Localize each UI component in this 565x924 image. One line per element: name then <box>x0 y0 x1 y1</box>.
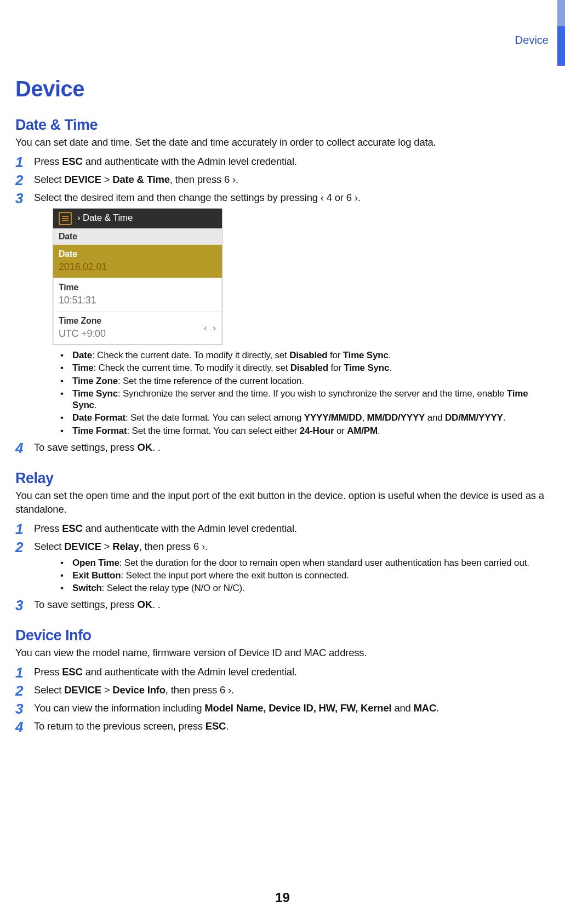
step-text-bold: DEVICE <box>64 684 101 696</box>
step-text: Select <box>34 684 64 696</box>
opt-bold: AM/PM <box>347 426 378 436</box>
step-text: Select <box>34 174 64 185</box>
step-number: 3 <box>15 596 23 615</box>
opt-text: for <box>327 350 343 360</box>
opt-text: : Set the date format. You can select am… <box>125 412 304 423</box>
step-number: 3 <box>15 189 23 208</box>
opt-text: : Check the current date. To modify it d… <box>92 350 289 360</box>
opt-term: Time Format <box>72 426 127 436</box>
screenshot-time-label: Time <box>53 278 222 294</box>
opt-text: . <box>389 363 392 373</box>
step-number: 2 <box>15 681 23 701</box>
step-text: and authenticate with the Admin level cr… <box>83 523 297 534</box>
opt-term: Time Zone <box>72 376 118 386</box>
step-text: . <box>436 702 439 714</box>
step-text-bold: Device Info <box>112 684 165 696</box>
opt-text: . <box>389 350 391 360</box>
options-list-relay: Open Time: Set the duration for the door… <box>56 557 550 594</box>
opt-term: Date Format <box>72 412 125 423</box>
option-item: Date: Check the current date. To modify … <box>56 349 550 361</box>
step-number: 2 <box>15 171 23 190</box>
section-intro-date-time: You can set date and time. Set the date … <box>15 136 550 150</box>
header-accent-stripe <box>557 0 565 66</box>
step: 2 Select DEVICE > Date & Time, then pres… <box>15 173 550 187</box>
screenshot-section-label: Date <box>53 228 222 245</box>
chevron-left-right-icon: ‹ › <box>204 322 222 335</box>
opt-term: Switch <box>72 583 102 593</box>
step-text-bold: Model Name, Device ID, HW, FW, Kernel <box>204 702 391 714</box>
step-text-bold: DEVICE <box>64 541 101 552</box>
step-text-bold: DEVICE <box>64 174 101 185</box>
opt-text: or <box>334 426 347 436</box>
step-number: 4 <box>15 718 23 737</box>
running-header: Device <box>515 34 549 47</box>
opt-text: : Set the time format. You can select ei… <box>127 426 300 436</box>
step-text: . . <box>152 441 161 453</box>
screenshot-tz-value: UTC +9:00 <box>53 327 204 345</box>
opt-text: : Set the time reference of the current … <box>118 376 304 386</box>
step-text: , then press 6 ›. <box>165 684 234 696</box>
step-text: You can view the information including <box>34 702 204 714</box>
option-item: Date Format: Set the date format. You ca… <box>56 412 550 423</box>
step-text: > <box>101 174 112 185</box>
step: 2 Select DEVICE > Relay, then press 6 ›.… <box>15 540 550 594</box>
opt-term: Open Time <box>72 558 119 568</box>
step-text-bold: Date & Time <box>112 174 169 185</box>
step: 1 Press ESC and authenticate with the Ad… <box>15 522 550 536</box>
opt-term: Exit Button <box>72 570 121 581</box>
step-text-bold: ESC <box>62 523 82 534</box>
step-text: Press <box>34 156 62 167</box>
step-number: 1 <box>15 520 23 539</box>
steps-date-time: 1 Press ESC and authenticate with the Ad… <box>15 155 550 455</box>
opt-text: . <box>378 426 380 436</box>
opt-bold: Disabled <box>289 350 327 360</box>
step-text: To save settings, press <box>34 441 138 453</box>
opt-text: . <box>94 400 97 410</box>
opt-text: : Set the duration for the door to remai… <box>119 558 529 568</box>
step-text: To save settings, press <box>34 599 138 610</box>
step-text: . <box>226 720 229 732</box>
step: 3 Select the desired item and then chang… <box>15 191 550 437</box>
options-list-date-time: Date: Check the current date. To modify … <box>56 349 550 437</box>
step-number: 4 <box>15 439 23 458</box>
opt-bold: DD/MM/YYYY <box>445 412 503 423</box>
step-text: > <box>101 684 112 696</box>
step-number: 2 <box>15 538 23 557</box>
screenshot-date-value: 2016.02.01 <box>53 260 222 278</box>
step: 1 Press ESC and authenticate with the Ad… <box>15 155 550 169</box>
screenshot-titlebar: › Date & Time <box>53 209 222 228</box>
step: 1 Press ESC and authenticate with the Ad… <box>15 665 550 679</box>
steps-device-info: 1 Press ESC and authenticate with the Ad… <box>15 665 550 733</box>
step: 2 Select DEVICE > Device Info, then pres… <box>15 684 550 697</box>
section-heading-relay: Relay <box>15 470 550 487</box>
option-item: Time: Check the current time. To modify … <box>56 362 550 374</box>
opt-text: for <box>328 363 344 373</box>
opt-text: : Select the relay type (N/O or N/C). <box>102 583 245 593</box>
step-text: . . <box>152 599 161 610</box>
page: Device Device Date & Time You can set da… <box>0 0 565 924</box>
page-number: 19 <box>0 890 565 905</box>
step: 4 To return to the previous screen, pres… <box>15 720 550 733</box>
section-intro-device-info: You can view the model name, firmware ve… <box>15 646 550 660</box>
page-content: Device Date & Time You can set date and … <box>0 0 565 733</box>
option-item: Open Time: Set the duration for the door… <box>56 557 550 569</box>
option-item: Time Format: Set the time format. You ca… <box>56 425 550 437</box>
opt-term: Time Sync <box>72 388 118 399</box>
step-text-bold: ESC <box>206 720 226 732</box>
section-heading-date-time: Date & Time <box>15 117 550 134</box>
opt-bold: MM/DD/YYYY <box>367 412 425 423</box>
option-item: Time Sync: Synchronize the server and th… <box>56 388 550 411</box>
opt-text: . <box>503 412 506 423</box>
opt-bold: Disabled <box>290 363 328 373</box>
opt-bold: Time Sync <box>343 350 389 360</box>
step-number: 3 <box>15 699 23 719</box>
menu-icon <box>59 212 72 225</box>
screenshot-time-value: 10:51:31 <box>53 294 222 312</box>
opt-term: Date <box>72 350 92 360</box>
step-text: Select the desired item and then change … <box>34 192 361 203</box>
steps-relay: 1 Press ESC and authenticate with the Ad… <box>15 522 550 612</box>
opt-bold: Time Sync <box>344 363 389 373</box>
opt-text: and <box>425 412 445 423</box>
step-number: 1 <box>15 663 23 682</box>
option-item: Exit Button: Select the input port where… <box>56 570 550 581</box>
